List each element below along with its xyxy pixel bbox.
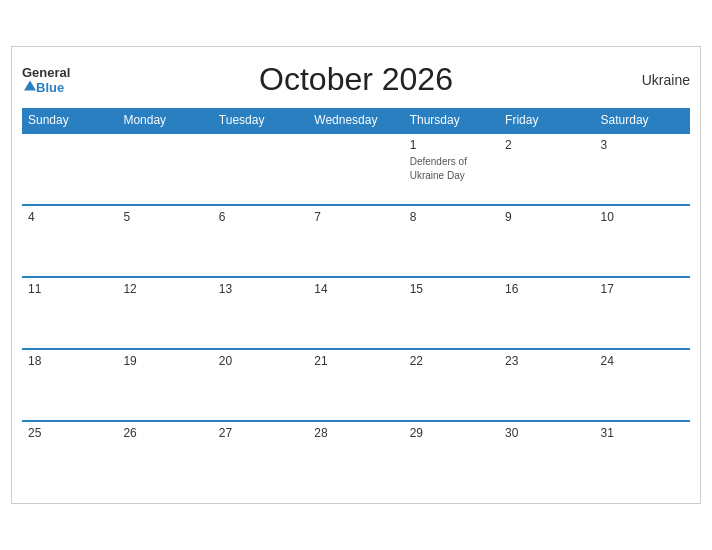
calendar-cell xyxy=(22,133,117,205)
day-number: 31 xyxy=(601,426,684,440)
calendar-cell: 30 xyxy=(499,421,594,493)
calendar-cell: 11 xyxy=(22,277,117,349)
day-number: 15 xyxy=(410,282,493,296)
day-number: 1 xyxy=(410,138,493,152)
header-thursday: Thursday xyxy=(404,108,499,133)
day-number: 4 xyxy=(28,210,111,224)
calendar-cell xyxy=(308,133,403,205)
calendar-cell: 9 xyxy=(499,205,594,277)
header-tuesday: Tuesday xyxy=(213,108,308,133)
day-number: 23 xyxy=(505,354,588,368)
calendar-cell: 1Defenders of Ukraine Day xyxy=(404,133,499,205)
calendar-week-row: 25262728293031 xyxy=(22,421,690,493)
calendar-cell: 22 xyxy=(404,349,499,421)
day-number: 2 xyxy=(505,138,588,152)
header-friday: Friday xyxy=(499,108,594,133)
day-number: 22 xyxy=(410,354,493,368)
calendar-cell: 8 xyxy=(404,205,499,277)
day-number: 18 xyxy=(28,354,111,368)
calendar-cell: 14 xyxy=(308,277,403,349)
calendar-cell: 15 xyxy=(404,277,499,349)
calendar-cell: 19 xyxy=(117,349,212,421)
calendar-cell: 20 xyxy=(213,349,308,421)
day-number: 21 xyxy=(314,354,397,368)
day-number: 27 xyxy=(219,426,302,440)
calendar-week-row: 1Defenders of Ukraine Day23 xyxy=(22,133,690,205)
day-number: 25 xyxy=(28,426,111,440)
country-label: Ukraine xyxy=(642,72,690,88)
calendar-grid: Sunday Monday Tuesday Wednesday Thursday… xyxy=(22,108,690,493)
day-number: 6 xyxy=(219,210,302,224)
calendar-cell: 25 xyxy=(22,421,117,493)
calendar-title: October 2026 xyxy=(259,61,453,98)
calendar-cell: 21 xyxy=(308,349,403,421)
day-number: 7 xyxy=(314,210,397,224)
logo: General Blue xyxy=(22,65,70,94)
header-monday: Monday xyxy=(117,108,212,133)
day-number: 9 xyxy=(505,210,588,224)
day-number: 14 xyxy=(314,282,397,296)
calendar-cell: 13 xyxy=(213,277,308,349)
day-number: 8 xyxy=(410,210,493,224)
day-number: 28 xyxy=(314,426,397,440)
header-row: Sunday Monday Tuesday Wednesday Thursday… xyxy=(22,108,690,133)
calendar-cell: 24 xyxy=(595,349,690,421)
calendar-week-row: 45678910 xyxy=(22,205,690,277)
calendar-cell: 7 xyxy=(308,205,403,277)
calendar-cell: 23 xyxy=(499,349,594,421)
day-number: 12 xyxy=(123,282,206,296)
day-number: 5 xyxy=(123,210,206,224)
calendar-cell: 3 xyxy=(595,133,690,205)
logo-general-text: General xyxy=(22,65,70,78)
day-number: 20 xyxy=(219,354,302,368)
calendar-cell: 29 xyxy=(404,421,499,493)
day-number: 13 xyxy=(219,282,302,296)
header-saturday: Saturday xyxy=(595,108,690,133)
holiday-label: Defenders of Ukraine Day xyxy=(410,156,467,181)
day-number: 19 xyxy=(123,354,206,368)
calendar-cell: 26 xyxy=(117,421,212,493)
calendar-cell: 6 xyxy=(213,205,308,277)
calendar-cell xyxy=(117,133,212,205)
logo-triangle-icon xyxy=(24,81,36,91)
day-number: 24 xyxy=(601,354,684,368)
calendar-cell: 31 xyxy=(595,421,690,493)
day-number: 26 xyxy=(123,426,206,440)
logo-blue-text: Blue xyxy=(22,78,64,94)
calendar-cell: 28 xyxy=(308,421,403,493)
calendar-cell: 12 xyxy=(117,277,212,349)
calendar-week-row: 18192021222324 xyxy=(22,349,690,421)
calendar-cell: 2 xyxy=(499,133,594,205)
header-wednesday: Wednesday xyxy=(308,108,403,133)
calendar-container: General Blue October 2026 Ukraine Sunday… xyxy=(11,46,701,504)
calendar-cell: 18 xyxy=(22,349,117,421)
day-number: 16 xyxy=(505,282,588,296)
day-number: 11 xyxy=(28,282,111,296)
day-number: 29 xyxy=(410,426,493,440)
calendar-header: General Blue October 2026 Ukraine xyxy=(22,57,690,102)
day-number: 10 xyxy=(601,210,684,224)
day-number: 3 xyxy=(601,138,684,152)
calendar-cell: 17 xyxy=(595,277,690,349)
calendar-cell: 4 xyxy=(22,205,117,277)
day-number: 17 xyxy=(601,282,684,296)
calendar-cell: 16 xyxy=(499,277,594,349)
calendar-cell: 10 xyxy=(595,205,690,277)
calendar-cell: 27 xyxy=(213,421,308,493)
calendar-week-row: 11121314151617 xyxy=(22,277,690,349)
calendar-cell: 5 xyxy=(117,205,212,277)
day-number: 30 xyxy=(505,426,588,440)
header-sunday: Sunday xyxy=(22,108,117,133)
calendar-cell xyxy=(213,133,308,205)
